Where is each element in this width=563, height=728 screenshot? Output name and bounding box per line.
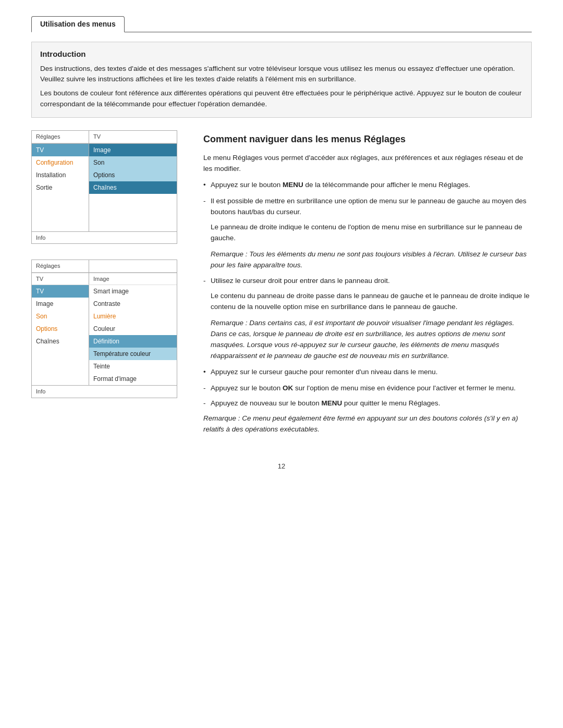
menu2-row8-right: Format d'image [89, 373, 177, 385]
bold-menu-2: MENU [321, 399, 342, 407]
main-content: Réglages TV TV Image Configuration [31, 130, 532, 440]
menu2-row-5: Chaînes Définition [32, 335, 177, 348]
header-tab: Utilisation des menus [31, 16, 125, 32]
menu1-row1-right: Image [89, 144, 177, 156]
menu1-row-5 [32, 194, 177, 206]
menu1-row4-right: Chaînes [89, 181, 177, 194]
bold-menu: MENU [283, 181, 303, 189]
menu1-row4-left: Sortie [32, 181, 89, 194]
menu2-subheader-row: TV Image [32, 273, 177, 286]
menu2-row8-left [32, 373, 89, 385]
menu1-row-7 [32, 219, 177, 231]
menu1-row1-left: TV [32, 144, 89, 156]
intro-title: Introduction [40, 48, 523, 60]
menu1-left-header: Réglages [32, 131, 89, 143]
dash-item-2: Utilisez le curseur droit pour entrer da… [203, 276, 532, 287]
menu2-row5-left: Chaînes [32, 335, 89, 348]
sub-para-2: Le contenu du panneau de droite passe da… [203, 291, 532, 313]
menu1-row2-left: Configuration [32, 156, 89, 169]
menu2-row7-left [32, 360, 89, 373]
menu2-row-1: TV Smart image [32, 285, 177, 298]
menu1-title-row: Réglages TV [32, 131, 177, 144]
menu1-row-3: Installation Options [32, 169, 177, 181]
page-number: 12 [31, 461, 532, 472]
menu1-row2-right: Son [89, 156, 177, 169]
menu2-row5-right: Définition [89, 335, 177, 348]
menu1-row6-right [89, 206, 177, 219]
menu2-row2-left: Image [32, 298, 89, 310]
menu2-row-3: Son Lumière [32, 310, 177, 323]
menu1-left-panel: Réglages [32, 131, 89, 143]
menu1-row-6 [32, 206, 177, 219]
menu1-right-header: TV [89, 131, 177, 143]
bullet-item-2: Appuyez sur le curseur gauche pour remon… [203, 367, 532, 378]
bullet-list-1: Appuyez sur le bouton MENU de la télécom… [203, 180, 532, 191]
menu2-row7-right: Teinte [89, 360, 177, 373]
menu2-info: Info [32, 385, 177, 398]
menu2-row-4: Options Couleur [32, 323, 177, 335]
menu2-row4-left: Options [32, 323, 89, 335]
intro-para2: Les boutons de couleur font référence au… [40, 88, 523, 110]
menu2-row6-left [32, 348, 89, 360]
right-intro-para: Le menu Réglages vous permet d'accéder a… [203, 153, 532, 175]
bullet-list-2: Appuyez sur le curseur gauche pour remon… [203, 367, 532, 378]
menu1-row-2: Configuration Son [32, 156, 177, 169]
menu2-row4-right: Couleur [89, 323, 177, 335]
dash-item-1: Il est possible de mettre en surbrillanc… [203, 196, 532, 218]
bold-ok: OK [283, 384, 293, 392]
menu2-row-8: Format d'image [32, 373, 177, 385]
menu2-row2-right: Contraste [89, 298, 177, 310]
menu2-row1-right: Smart image [89, 285, 177, 298]
menu1-row7-right [89, 219, 177, 231]
menu1-row3-left: Installation [32, 169, 89, 181]
intro-para1: Des instructions, des textes d'aide et d… [40, 64, 523, 85]
menu2-row-6: Température couleur [32, 348, 177, 360]
note-2: Remarque : Dans certains cas, il est imp… [203, 318, 532, 362]
note-3: Remarque : Ce menu peut également être f… [203, 413, 532, 435]
menu2-subheader-right: Image [89, 273, 177, 285]
menu2-row-7: Teinte [32, 360, 177, 373]
menu1-right-panel: TV [89, 131, 177, 143]
menu1-row7-left [32, 219, 89, 231]
menu2-subheader-left: TV [32, 273, 89, 285]
menu2-title-left: Réglages [32, 260, 89, 273]
menu2-row3-left: Son [32, 310, 89, 323]
menu2-title-row: Réglages [32, 260, 177, 273]
menu2-row1-left: TV [32, 285, 89, 298]
menu1-row5-right [89, 194, 177, 206]
sub-para-1: Le panneau de droite indique le contenu … [203, 222, 532, 244]
menu1-row-4: Sortie Chaînes [32, 181, 177, 194]
menu2-row-2: Image Contraste [32, 298, 177, 310]
menu1-row5-left [32, 194, 89, 206]
left-column: Réglages TV TV Image Configuration [31, 130, 188, 440]
menu2-row6-right: Température couleur [89, 348, 177, 360]
dash-item-4: Appuyez de nouveau sur le bouton MENU po… [203, 398, 532, 409]
dash-item-3: Appuyez sur le bouton OK sur l'option de… [203, 383, 532, 394]
menu1-row3-right: Options [89, 169, 177, 181]
menu1-row-1: TV Image [32, 144, 177, 156]
menu1-info: Info [32, 231, 177, 244]
menu2-title-right [89, 260, 177, 273]
menu-screenshot-1: Réglages TV TV Image Configuration [31, 130, 177, 244]
menu-screenshot-2: Réglages TV Image TV [31, 260, 177, 398]
menu1-row6-left [32, 206, 89, 219]
right-column: Comment naviguer dans les menus Réglages… [203, 130, 532, 440]
intro-section: Introduction Des instructions, des texte… [31, 42, 532, 118]
section-title: Comment naviguer dans les menus Réglages [203, 132, 532, 146]
bullet-item-1: Appuyez sur le bouton MENU de la télécom… [203, 180, 532, 191]
menu2-row3-right: Lumière [89, 310, 177, 323]
page-header: Utilisation des menus [31, 16, 532, 32]
note-1: Remarque : Tous les éléments du menu ne … [203, 249, 532, 271]
